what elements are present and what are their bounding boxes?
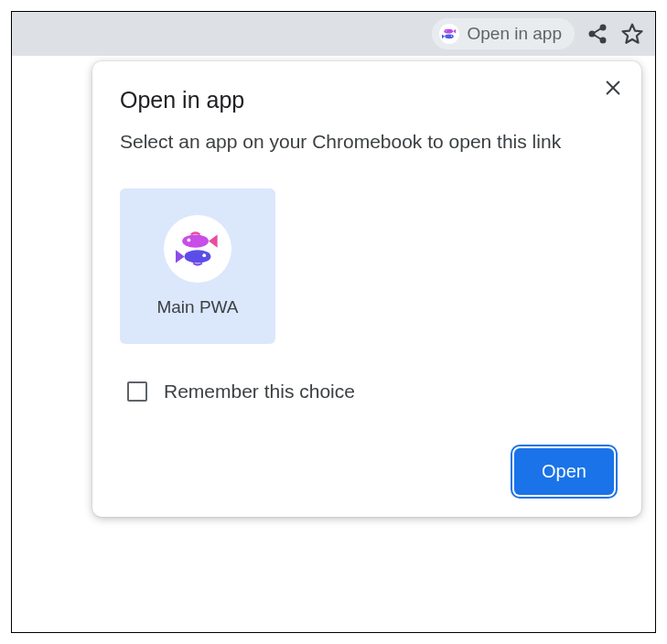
open-button[interactable]: Open xyxy=(514,448,614,495)
open-in-app-chip[interactable]: Open in app xyxy=(432,18,575,49)
svg-line-9 xyxy=(594,28,601,33)
open-in-app-dialog: Open in app Select an app on your Chrome… xyxy=(92,61,641,517)
omnibar: Open in app xyxy=(12,12,655,56)
svg-marker-11 xyxy=(622,25,641,43)
svg-point-19 xyxy=(202,254,206,258)
app-fish-icon xyxy=(439,24,459,44)
window-frame: Open in app Open in app Select a xyxy=(11,11,656,633)
svg-marker-4 xyxy=(442,34,445,38)
app-tile-main-pwa[interactable]: Main PWA xyxy=(120,188,275,344)
dialog-actions: Open xyxy=(120,448,614,495)
svg-marker-18 xyxy=(176,251,185,263)
svg-point-0 xyxy=(445,29,454,34)
app-tile-label: Main PWA xyxy=(156,297,238,317)
svg-point-17 xyxy=(185,251,211,263)
svg-point-2 xyxy=(446,30,447,31)
close-icon[interactable] xyxy=(599,74,627,102)
share-icon[interactable] xyxy=(586,22,609,46)
svg-point-5 xyxy=(451,36,452,37)
remember-choice-checkbox[interactable] xyxy=(127,381,147,402)
dialog-title: Open in app xyxy=(120,87,614,113)
svg-marker-1 xyxy=(453,29,456,34)
app-fish-icon xyxy=(164,215,231,283)
open-in-app-chip-label: Open in app xyxy=(467,24,562,44)
svg-point-16 xyxy=(187,239,190,242)
app-grid: Main PWA xyxy=(120,188,614,344)
remember-choice-row: Remember this choice xyxy=(120,381,614,402)
svg-point-14 xyxy=(182,235,209,248)
svg-marker-15 xyxy=(209,235,218,248)
star-icon[interactable] xyxy=(620,22,644,46)
svg-line-10 xyxy=(594,35,601,39)
remember-choice-label: Remember this choice xyxy=(164,381,355,402)
dialog-subtitle: Select an app on your Chromebook to open… xyxy=(120,128,614,156)
svg-point-3 xyxy=(446,34,455,38)
